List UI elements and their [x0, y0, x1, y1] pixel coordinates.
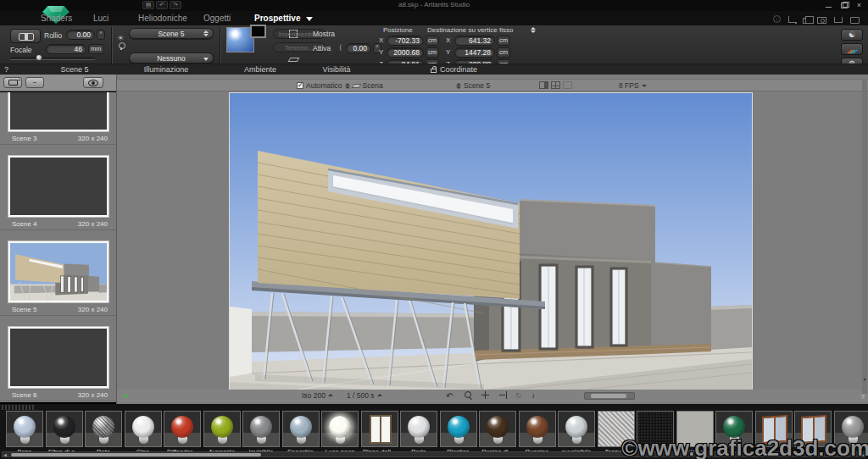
tone-adjust-button[interactable]: ☯: [841, 29, 863, 41]
help-button[interactable]: ?: [861, 393, 865, 401]
display-icon[interactable]: [850, 17, 860, 24]
full-view-icon[interactable]: [563, 81, 572, 89]
material-item[interactable]: Ruggine: [519, 411, 556, 456]
duplicate-view-icon[interactable]: [803, 18, 810, 24]
eraser-icon[interactable]: [351, 84, 361, 88]
illuminazione-scene-dropdown[interactable]: Scene 5: [129, 28, 214, 39]
viewport[interactable]: Automatico Scena Scene 5 8 FPS: [116, 75, 868, 404]
material-item[interactable]: Avanzato: [203, 411, 241, 456]
shutter-value[interactable]: 1 / 500 s: [347, 391, 375, 400]
material-item[interactable]: Cina: [125, 411, 162, 456]
corner-tool-icon[interactable]: [788, 16, 795, 23]
automatico-checkbox[interactable]: [297, 82, 303, 89]
tab-luci[interactable]: Luci: [93, 14, 108, 23]
material-thumbnail[interactable]: [282, 411, 320, 447]
info-icon[interactable]: i: [773, 15, 781, 23]
stepper-icon[interactable]: [377, 394, 382, 397]
help-button[interactable]: ?: [4, 65, 8, 74]
material-item[interactable]: Luce neon: [321, 411, 359, 456]
material-item[interactable]: Fibra di c...: [46, 411, 83, 456]
material-thumbnail[interactable]: [203, 411, 241, 447]
material-item[interactable]: avvolgibile: [558, 411, 595, 456]
quad-view-icon[interactable]: [551, 81, 560, 89]
zoom-icon[interactable]: [465, 391, 472, 399]
refresh-icon[interactable]: ↻: [515, 391, 522, 400]
material-thumbnail[interactable]: [125, 411, 162, 447]
material-item[interactable]: Diffonder...: [164, 411, 201, 456]
tab-shaders[interactable]: Shaders: [41, 14, 72, 23]
pos-y-field[interactable]: 2000.68: [387, 47, 424, 58]
material-thumbnail[interactable]: [6, 411, 43, 447]
snapshot-icon[interactable]: [817, 17, 826, 24]
stepper-icon[interactable]: [328, 394, 333, 397]
dest-x-field[interactable]: 641.32: [454, 36, 495, 46]
tab-prospettive[interactable]: Prospettive: [254, 14, 313, 23]
tab-oggetti[interactable]: Oggetti: [203, 14, 231, 23]
color-curves-button[interactable]: [841, 43, 863, 55]
background-color-swatch[interactable]: [250, 25, 266, 38]
scroll-down-icon[interactable]: ▼: [862, 377, 867, 382]
exit-tool-icon[interactable]: [499, 391, 507, 399]
focale-slider[interactable]: [10, 57, 95, 59]
scene-thumbnail[interactable]: [8, 241, 109, 303]
scene-thumbnail[interactable]: [8, 92, 109, 132]
material-item[interactable]: Plastica: [440, 411, 477, 456]
angle-field[interactable]: 0.00: [346, 43, 371, 53]
pos-x-field[interactable]: -702.33: [387, 36, 424, 46]
undo-icon[interactable]: ↶: [446, 391, 453, 401]
material-thumbnail[interactable]: [242, 411, 280, 447]
close-button[interactable]: ×: [855, 2, 863, 8]
scene-item[interactable]: Scene 4 320 x 240: [0, 151, 116, 230]
slider-knob[interactable]: [36, 54, 42, 61]
focale-field[interactable]: 46: [46, 44, 86, 54]
material-item[interactable]: Invisibile: [242, 411, 280, 456]
material-thumbnail[interactable]: [440, 411, 477, 447]
material-item[interactable]: Resina di...: [479, 411, 516, 456]
remove-scene-button[interactable]: −: [25, 77, 44, 88]
iso-value[interactable]: Iso 200: [302, 391, 326, 400]
material-item[interactable]: Piano dell...: [361, 411, 398, 456]
illuminazione-nessuno-dropdown-1[interactable]: Nessuno: [129, 53, 214, 64]
scrollbar-thumb[interactable]: [591, 394, 626, 398]
visibility-button[interactable]: [83, 77, 103, 88]
scene-thumbnail[interactable]: [8, 326, 109, 389]
material-item[interactable]: Specchio: [282, 411, 320, 456]
material-item[interactable]: Base: [6, 411, 43, 456]
material-thumbnail[interactable]: [558, 411, 595, 447]
material-thumbnail[interactable]: [361, 411, 398, 447]
stepper-icon[interactable]: [456, 83, 461, 89]
pan-icon[interactable]: [481, 391, 489, 399]
stepper-icon[interactable]: [531, 27, 536, 33]
viewport-scene-select[interactable]: Scene 5: [464, 81, 490, 90]
scene-thumbnail[interactable]: [8, 155, 109, 218]
panel-drag-handle[interactable]: [2, 405, 34, 410]
horizontal-scrollbar[interactable]: [584, 392, 635, 400]
info-icon[interactable]: i: [532, 391, 535, 400]
material-thumbnail[interactable]: [46, 411, 83, 447]
material-item[interactable]: Perla: [400, 411, 437, 456]
scene-item[interactable]: Scene 3 320 x 240: [0, 92, 116, 145]
rollio-field[interactable]: 0.00: [66, 30, 95, 40]
degree-unit[interactable]: °: [97, 30, 105, 40]
vertical-scrollbar[interactable]: ▼: [862, 79, 867, 394]
scene-item[interactable]: Scene 6 320 x 240: [0, 322, 116, 401]
material-thumbnail[interactable]: [479, 411, 516, 447]
add-scene-button[interactable]: [3, 77, 22, 88]
tab-heliodoniche[interactable]: Heliodoniche: [138, 14, 187, 23]
scrollbar-thumb[interactable]: [11, 453, 261, 456]
scroll-left-icon[interactable]: ◀: [3, 452, 7, 457]
maximize-button[interactable]: [840, 2, 848, 8]
crop-icon[interactable]: [834, 17, 843, 23]
material-thumbnail[interactable]: [164, 411, 201, 447]
single-view-icon[interactable]: [539, 81, 548, 89]
material-thumbnail[interactable]: [321, 411, 359, 447]
scene-item-selected[interactable]: Scene 5 320 x 240: [0, 236, 116, 316]
lock-icon[interactable]: [431, 69, 437, 73]
material-thumbnail[interactable]: [519, 411, 556, 447]
material-thumbnail[interactable]: [400, 411, 437, 447]
minimize-button[interactable]: [825, 2, 832, 8]
render-canvas[interactable]: [230, 93, 752, 390]
material-thumbnail[interactable]: [85, 411, 122, 447]
camera-button[interactable]: [10, 29, 41, 43]
dest-y-field[interactable]: 1447.28: [454, 47, 495, 58]
